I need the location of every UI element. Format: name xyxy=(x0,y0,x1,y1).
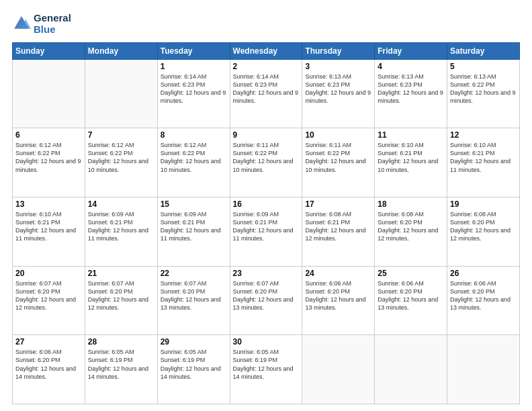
calendar-cell: 26Sunrise: 6:06 AM Sunset: 6:20 PM Dayli… xyxy=(447,266,520,335)
day-number: 16 xyxy=(233,199,300,209)
day-info: Sunrise: 6:10 AM Sunset: 6:21 PM Dayligh… xyxy=(378,141,444,174)
calendar-table: SundayMondayTuesdayWednesdayThursdayFrid… xyxy=(12,42,520,405)
day-info: Sunrise: 6:06 AM Sunset: 6:20 PM Dayligh… xyxy=(450,279,517,312)
calendar-cell: 27Sunrise: 6:06 AM Sunset: 6:20 PM Dayli… xyxy=(13,335,85,404)
day-info: Sunrise: 6:12 AM Sunset: 6:22 PM Dayligh… xyxy=(88,141,154,174)
calendar-cell: 30Sunrise: 6:05 AM Sunset: 6:19 PM Dayli… xyxy=(230,335,302,404)
page: General Blue SundayMondayTuesdayWednesda… xyxy=(0,0,532,411)
calendar-week-5: 27Sunrise: 6:06 AM Sunset: 6:20 PM Dayli… xyxy=(13,335,520,404)
day-number: 1 xyxy=(161,62,227,71)
logo-icon xyxy=(12,14,31,33)
header: General Blue xyxy=(12,12,520,36)
day-header-friday: Friday xyxy=(375,42,447,59)
calendar-cell: 3Sunrise: 6:13 AM Sunset: 6:23 PM Daylig… xyxy=(302,59,375,128)
day-info: Sunrise: 6:09 AM Sunset: 6:21 PM Dayligh… xyxy=(88,210,154,243)
calendar-week-2: 6Sunrise: 6:12 AM Sunset: 6:22 PM Daylig… xyxy=(13,128,520,197)
calendar-cell: 2Sunrise: 6:14 AM Sunset: 6:23 PM Daylig… xyxy=(230,59,302,128)
day-number: 19 xyxy=(450,199,517,209)
calendar-cell: 10Sunrise: 6:11 AM Sunset: 6:22 PM Dayli… xyxy=(302,128,375,197)
day-number: 5 xyxy=(450,62,517,71)
day-header-saturday: Saturday xyxy=(447,42,520,59)
day-info: Sunrise: 6:13 AM Sunset: 6:23 PM Dayligh… xyxy=(305,73,371,105)
calendar-cell: 13Sunrise: 6:10 AM Sunset: 6:21 PM Dayli… xyxy=(13,197,85,266)
day-info: Sunrise: 6:11 AM Sunset: 6:22 PM Dayligh… xyxy=(305,141,371,174)
calendar-cell: 6Sunrise: 6:12 AM Sunset: 6:22 PM Daylig… xyxy=(13,128,85,197)
calendar-cell: 7Sunrise: 6:12 AM Sunset: 6:22 PM Daylig… xyxy=(85,128,157,197)
calendar-cell: 24Sunrise: 6:06 AM Sunset: 6:20 PM Dayli… xyxy=(302,266,375,335)
day-number: 7 xyxy=(88,130,154,140)
day-info: Sunrise: 6:05 AM Sunset: 6:19 PM Dayligh… xyxy=(88,348,154,381)
day-info: Sunrise: 6:08 AM Sunset: 6:20 PM Dayligh… xyxy=(450,210,517,243)
calendar-cell xyxy=(13,59,85,128)
calendar-header-row: SundayMondayTuesdayWednesdayThursdayFrid… xyxy=(13,42,520,59)
day-info: Sunrise: 6:13 AM Sunset: 6:22 PM Dayligh… xyxy=(450,73,517,105)
day-number: 21 xyxy=(88,269,154,278)
day-info: Sunrise: 6:10 AM Sunset: 6:21 PM Dayligh… xyxy=(15,210,82,243)
day-number: 24 xyxy=(305,269,371,278)
calendar-cell xyxy=(302,335,375,404)
day-info: Sunrise: 6:10 AM Sunset: 6:21 PM Dayligh… xyxy=(450,141,517,174)
day-info: Sunrise: 6:14 AM Sunset: 6:23 PM Dayligh… xyxy=(161,73,227,105)
calendar-cell: 20Sunrise: 6:07 AM Sunset: 6:20 PM Dayli… xyxy=(13,266,85,335)
calendar-cell: 11Sunrise: 6:10 AM Sunset: 6:21 PM Dayli… xyxy=(375,128,447,197)
day-number: 13 xyxy=(15,199,82,209)
calendar-week-1: 1Sunrise: 6:14 AM Sunset: 6:23 PM Daylig… xyxy=(13,59,520,128)
day-number: 30 xyxy=(233,337,300,347)
day-header-sunday: Sunday xyxy=(13,42,85,59)
day-info: Sunrise: 6:05 AM Sunset: 6:19 PM Dayligh… xyxy=(233,348,300,381)
calendar-cell: 22Sunrise: 6:07 AM Sunset: 6:20 PM Dayli… xyxy=(157,266,230,335)
day-info: Sunrise: 6:06 AM Sunset: 6:20 PM Dayligh… xyxy=(15,348,82,381)
day-number: 23 xyxy=(233,269,300,278)
day-header-tuesday: Tuesday xyxy=(157,42,230,59)
calendar-cell: 23Sunrise: 6:07 AM Sunset: 6:20 PM Dayli… xyxy=(230,266,302,335)
day-number: 10 xyxy=(305,130,371,140)
day-info: Sunrise: 6:14 AM Sunset: 6:23 PM Dayligh… xyxy=(233,73,300,105)
logo-text: General Blue xyxy=(34,12,71,36)
day-header-wednesday: Wednesday xyxy=(230,42,302,59)
calendar-week-4: 20Sunrise: 6:07 AM Sunset: 6:20 PM Dayli… xyxy=(13,266,520,335)
calendar-cell: 16Sunrise: 6:09 AM Sunset: 6:21 PM Dayli… xyxy=(230,197,302,266)
day-number: 14 xyxy=(88,199,154,209)
calendar-cell: 28Sunrise: 6:05 AM Sunset: 6:19 PM Dayli… xyxy=(85,335,157,404)
day-number: 22 xyxy=(161,269,227,278)
day-info: Sunrise: 6:13 AM Sunset: 6:23 PM Dayligh… xyxy=(378,73,444,105)
day-number: 15 xyxy=(161,199,227,209)
day-number: 18 xyxy=(378,199,444,209)
logo: General Blue xyxy=(12,12,71,36)
calendar-cell: 21Sunrise: 6:07 AM Sunset: 6:20 PM Dayli… xyxy=(85,266,157,335)
day-info: Sunrise: 6:11 AM Sunset: 6:22 PM Dayligh… xyxy=(233,141,300,174)
calendar-week-3: 13Sunrise: 6:10 AM Sunset: 6:21 PM Dayli… xyxy=(13,197,520,266)
calendar-cell: 15Sunrise: 6:09 AM Sunset: 6:21 PM Dayli… xyxy=(157,197,230,266)
day-info: Sunrise: 6:07 AM Sunset: 6:20 PM Dayligh… xyxy=(15,279,82,312)
day-number: 17 xyxy=(305,199,371,209)
calendar-cell: 18Sunrise: 6:08 AM Sunset: 6:20 PM Dayli… xyxy=(375,197,447,266)
day-info: Sunrise: 6:07 AM Sunset: 6:20 PM Dayligh… xyxy=(88,279,154,312)
calendar-cell: 19Sunrise: 6:08 AM Sunset: 6:20 PM Dayli… xyxy=(447,197,520,266)
day-info: Sunrise: 6:09 AM Sunset: 6:21 PM Dayligh… xyxy=(161,210,227,243)
day-number: 4 xyxy=(378,62,444,71)
calendar-cell: 12Sunrise: 6:10 AM Sunset: 6:21 PM Dayli… xyxy=(447,128,520,197)
day-number: 11 xyxy=(378,130,444,140)
day-number: 12 xyxy=(450,130,517,140)
day-info: Sunrise: 6:12 AM Sunset: 6:22 PM Dayligh… xyxy=(15,141,82,174)
day-header-thursday: Thursday xyxy=(302,42,375,59)
day-number: 2 xyxy=(233,62,300,71)
day-info: Sunrise: 6:06 AM Sunset: 6:20 PM Dayligh… xyxy=(305,279,371,312)
calendar-cell: 9Sunrise: 6:11 AM Sunset: 6:22 PM Daylig… xyxy=(230,128,302,197)
calendar-cell: 25Sunrise: 6:06 AM Sunset: 6:20 PM Dayli… xyxy=(375,266,447,335)
day-number: 28 xyxy=(88,337,154,347)
day-info: Sunrise: 6:08 AM Sunset: 6:20 PM Dayligh… xyxy=(378,210,444,243)
calendar-cell xyxy=(447,335,520,404)
calendar-cell: 1Sunrise: 6:14 AM Sunset: 6:23 PM Daylig… xyxy=(157,59,230,128)
calendar-cell xyxy=(375,335,447,404)
day-number: 3 xyxy=(305,62,371,71)
day-info: Sunrise: 6:07 AM Sunset: 6:20 PM Dayligh… xyxy=(233,279,300,312)
day-number: 26 xyxy=(450,269,517,278)
day-info: Sunrise: 6:07 AM Sunset: 6:20 PM Dayligh… xyxy=(161,279,227,312)
calendar-cell: 14Sunrise: 6:09 AM Sunset: 6:21 PM Dayli… xyxy=(85,197,157,266)
day-number: 29 xyxy=(161,337,227,347)
day-header-monday: Monday xyxy=(85,42,157,59)
day-info: Sunrise: 6:12 AM Sunset: 6:22 PM Dayligh… xyxy=(161,141,227,174)
day-number: 20 xyxy=(15,269,82,278)
day-info: Sunrise: 6:05 AM Sunset: 6:19 PM Dayligh… xyxy=(161,348,227,381)
